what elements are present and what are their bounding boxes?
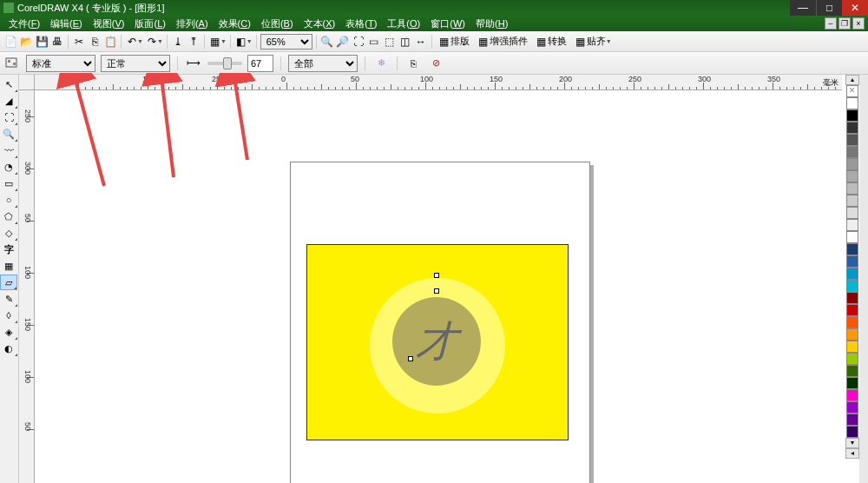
menu-t[interactable]: 表格(T): [340, 17, 382, 30]
color-swatch[interactable]: [846, 414, 858, 426]
doc-close-button[interactable]: ×: [852, 17, 865, 30]
rectangle-tool[interactable]: ▭: [0, 175, 17, 191]
menu-f[interactable]: 文件(F): [3, 17, 45, 30]
menu-x[interactable]: 文本(X): [299, 17, 341, 30]
inner-circle-object[interactable]: 才: [392, 297, 481, 386]
color-swatch[interactable]: [846, 97, 858, 109]
zoom-tool[interactable]: 🔍: [0, 126, 17, 142]
opacity-input[interactable]: [247, 55, 273, 72]
menu-w[interactable]: 窗口(W): [425, 17, 470, 30]
color-swatch[interactable]: [846, 389, 858, 401]
crop-tool[interactable]: ⛶: [0, 109, 17, 125]
menu-h[interactable]: 帮助(H): [470, 17, 513, 30]
menu-b[interactable]: 位图(B): [256, 17, 299, 30]
zoom-fit-icon[interactable]: ⛶: [352, 35, 365, 49]
interactive-fill-tool[interactable]: ◐: [0, 341, 17, 356]
color-swatch[interactable]: [846, 170, 858, 182]
color-swatch[interactable]: [846, 292, 858, 304]
launch-dropdown[interactable]: ▦▼: [208, 35, 227, 49]
interactive-transparency-tool[interactable]: ▱: [0, 275, 17, 290]
selection-handle-bottom[interactable]: [408, 356, 413, 361]
copy-icon[interactable]: ⎘: [88, 35, 102, 49]
undo-dropdown[interactable]: ↶▼: [125, 35, 143, 49]
color-swatch[interactable]: [846, 195, 858, 207]
menu-c[interactable]: 效果(C): [214, 17, 256, 30]
palette-expand[interactable]: ◂: [845, 448, 859, 459]
redo-dropdown[interactable]: ↷▼: [145, 35, 163, 49]
color-swatch[interactable]: [846, 243, 858, 255]
new-icon[interactable]: 📄: [3, 35, 17, 49]
maximize-button[interactable]: □: [816, 0, 842, 16]
color-swatch[interactable]: [846, 255, 858, 268]
palette-scroll-down[interactable]: ▾: [845, 438, 859, 448]
color-swatch[interactable]: [846, 328, 858, 341]
fill-tool[interactable]: ◈: [0, 324, 17, 340]
welcome-dropdown[interactable]: ◧▼: [234, 35, 253, 49]
doc-restore-button[interactable]: ❐: [838, 17, 851, 30]
menu-o[interactable]: 工具(O): [382, 17, 425, 30]
color-swatch[interactable]: [846, 207, 858, 219]
doc-minimize-button[interactable]: –: [825, 17, 837, 30]
no-color-swatch[interactable]: [846, 85, 858, 97]
color-swatch[interactable]: [846, 268, 858, 280]
table-tool[interactable]: ▦: [0, 258, 17, 274]
open-icon[interactable]: 📂: [19, 35, 33, 49]
convert-button[interactable]: ▦转换: [533, 35, 570, 48]
selection-handle-top[interactable]: [434, 273, 439, 278]
color-swatch[interactable]: [846, 353, 858, 365]
vertical-scrollbar[interactable]: [859, 75, 868, 483]
freehand-tool[interactable]: 〰: [0, 142, 17, 158]
opacity-slider[interactable]: [207, 62, 242, 65]
menu-e[interactable]: 编辑(E): [45, 17, 88, 30]
zoom-page-icon[interactable]: ▭: [367, 35, 381, 49]
color-swatch[interactable]: [846, 219, 858, 231]
snap-button[interactable]: ▦贴齐 ▼: [572, 35, 615, 48]
zoom-select[interactable]: 65%: [260, 34, 312, 50]
transparency-type-select[interactable]: 标准: [26, 55, 95, 72]
ruler-origin[interactable]: [19, 75, 35, 90]
color-swatch[interactable]: [846, 231, 858, 243]
color-swatch[interactable]: [846, 146, 858, 158]
basic-shapes-tool[interactable]: ◇: [0, 225, 17, 241]
menu-v[interactable]: 视图(V): [88, 17, 130, 30]
zoom-selection-icon[interactable]: ◫: [398, 35, 412, 49]
eyedropper-tool[interactable]: ✎: [0, 291, 17, 307]
shape-tool[interactable]: ◢: [0, 93, 17, 109]
canvas[interactable]: 才: [35, 90, 842, 483]
zoom-all-icon[interactable]: ⬚: [383, 35, 397, 49]
color-swatch[interactable]: [846, 377, 858, 389]
minimize-button[interactable]: —: [790, 0, 816, 16]
freeze-icon[interactable]: ❄: [372, 56, 390, 71]
blend-mode-select[interactable]: 正常: [101, 55, 170, 72]
zoom-width-icon[interactable]: ↔: [414, 35, 428, 49]
text-tool[interactable]: 字: [0, 242, 17, 257]
horizontal-ruler[interactable]: 50100250050100150200250300350: [35, 75, 842, 90]
color-swatch[interactable]: [846, 182, 858, 195]
import-icon[interactable]: ⤓: [171, 35, 185, 49]
color-swatch[interactable]: [846, 304, 858, 316]
smart-fill-tool[interactable]: ◔: [0, 159, 17, 175]
color-swatch[interactable]: [846, 158, 858, 170]
color-swatch[interactable]: [846, 122, 858, 134]
zoom-in-icon[interactable]: 🔍: [320, 35, 334, 49]
color-swatch[interactable]: [846, 401, 858, 414]
color-swatch[interactable]: [846, 316, 858, 328]
outline-tool[interactable]: ◊: [0, 308, 17, 323]
apply-target-select[interactable]: 全部: [288, 55, 358, 72]
selection-handle-mid[interactable]: [434, 288, 439, 294]
color-swatch[interactable]: [846, 365, 858, 377]
polygon-tool[interactable]: ⬠: [0, 208, 17, 224]
color-swatch[interactable]: [846, 426, 858, 438]
close-button[interactable]: ✕: [842, 0, 868, 16]
color-swatch[interactable]: [846, 134, 858, 146]
save-icon[interactable]: 💾: [35, 35, 49, 49]
color-swatch[interactable]: [846, 341, 858, 353]
cut-icon[interactable]: ✂: [72, 35, 86, 49]
layout-button[interactable]: ▦排版: [436, 35, 473, 48]
color-swatch[interactable]: [846, 109, 858, 122]
clear-transparency-icon[interactable]: ⊘: [427, 56, 444, 71]
menu-l[interactable]: 版面(L): [129, 17, 170, 30]
vertical-ruler[interactable]: 2503005010015010050: [19, 90, 35, 483]
menu-a[interactable]: 排列(A): [171, 17, 214, 30]
ellipse-tool[interactable]: ○: [0, 192, 17, 208]
